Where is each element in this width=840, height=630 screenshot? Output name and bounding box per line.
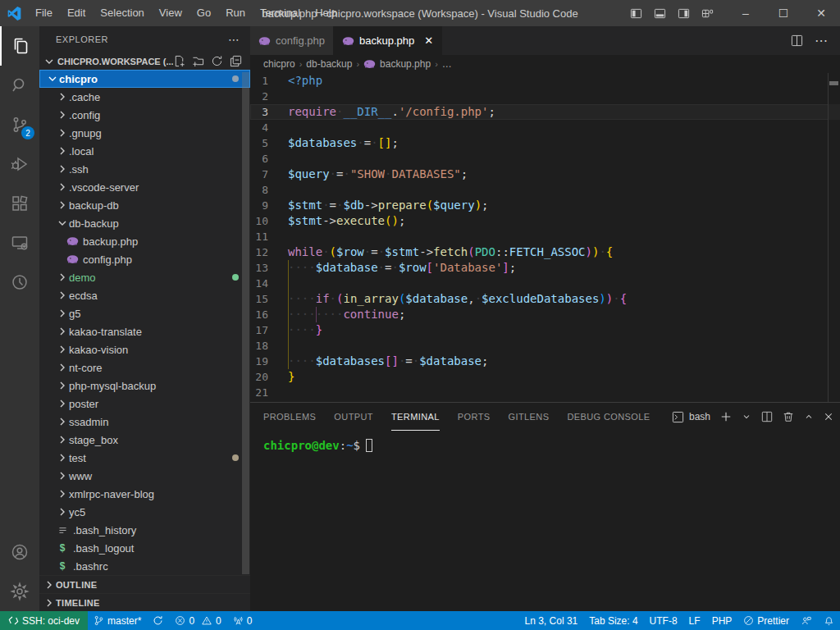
- close-panel-icon[interactable]: [824, 412, 833, 422]
- tree-item-xmlrpc-naver-blog[interactable]: xmlrpc-naver-blog: [39, 485, 250, 503]
- git-branch-indicator[interactable]: master*: [88, 611, 147, 630]
- explorer-more-actions-icon[interactable]: ⋯: [228, 33, 240, 46]
- tab-config-php[interactable]: config.php: [250, 26, 334, 55]
- tree-item--bash-logout[interactable]: $.bash_logout: [39, 539, 250, 557]
- encoding-indicator[interactable]: UTF-8: [644, 611, 683, 630]
- terminal-shell-picker[interactable]: bash: [672, 411, 710, 423]
- menu-run[interactable]: Run: [218, 0, 253, 26]
- breadcrumb-item[interactable]: …: [442, 58, 452, 70]
- tree-item-config-php[interactable]: config.php: [39, 250, 250, 268]
- new-terminal-icon[interactable]: [720, 411, 732, 422]
- problems-indicator[interactable]: 0 0: [169, 611, 226, 630]
- ports-indicator[interactable]: 0: [227, 611, 258, 630]
- refresh-icon[interactable]: [211, 55, 223, 67]
- panel-tab-debug-console[interactable]: DEBUG CONSOLE: [567, 404, 650, 431]
- tree-item--vscode-server[interactable]: .vscode-server: [39, 178, 250, 196]
- tab-backup-php[interactable]: backup.php✕: [334, 26, 442, 55]
- feedback-button[interactable]: [795, 611, 818, 630]
- customize-layout-icon[interactable]: [701, 7, 714, 20]
- split-editor-icon[interactable]: [791, 34, 803, 47]
- minimize-button[interactable]: –: [727, 0, 765, 26]
- tree-item--ssh[interactable]: .ssh: [39, 160, 250, 178]
- tree-item-yc5[interactable]: yc5: [39, 503, 250, 521]
- cursor-position[interactable]: Ln 3, Col 31: [519, 611, 584, 630]
- activitybar-extensions-icon[interactable]: [0, 184, 39, 223]
- new-file-icon[interactable]: [173, 55, 185, 67]
- panel-tab-output[interactable]: OUTPUT: [334, 404, 373, 431]
- code-editor[interactable]: 1<?php23require·__DIR__.'/config.php';45…: [250, 73, 840, 402]
- terminal-dropdown-icon[interactable]: [742, 412, 751, 422]
- notifications-button[interactable]: [818, 611, 840, 630]
- editor-scrollbar[interactable]: [828, 73, 829, 402]
- terminal[interactable]: chicpro@dev:~$: [250, 431, 840, 611]
- menu-edit[interactable]: Edit: [60, 0, 93, 26]
- tree-item--bashrc[interactable]: $.bashrc: [39, 557, 250, 575]
- activitybar-remote-explorer-icon[interactable]: [0, 223, 39, 262]
- toggle-secondary-sidebar-icon[interactable]: [678, 7, 690, 20]
- split-terminal-icon[interactable]: [761, 411, 773, 422]
- collapse-folders-icon[interactable]: [230, 55, 242, 67]
- tree-item--config[interactable]: .config: [39, 106, 250, 124]
- tree-item--bash-history[interactable]: .bash_history: [39, 521, 250, 539]
- menu-file[interactable]: File: [28, 0, 60, 26]
- tree-item--gnupg[interactable]: .gnupg: [39, 124, 250, 142]
- tree-item-php-mysql-backup[interactable]: php-mysql-backup: [39, 377, 250, 395]
- tree-item-ecdsa[interactable]: ecdsa: [39, 286, 250, 304]
- tree-item-g5[interactable]: g5: [39, 304, 250, 322]
- tree-item-db-backup[interactable]: db-backup: [39, 214, 250, 232]
- editor-scrollbar-thumb[interactable]: [829, 81, 838, 85]
- panel-tab-ports[interactable]: PORTS: [458, 404, 491, 431]
- editor-more-actions-icon[interactable]: ⋯: [815, 33, 829, 48]
- activitybar-search-icon[interactable]: [0, 66, 39, 105]
- close-button[interactable]: ✕: [802, 0, 840, 26]
- maximize-button[interactable]: ☐: [765, 0, 802, 26]
- breadcrumb[interactable]: chicpro›db-backup›backup.php›…: [250, 55, 840, 73]
- tree-item-ssadmin[interactable]: ssadmin: [39, 413, 250, 431]
- tree-item-kakao-translate[interactable]: kakao-translate: [39, 322, 250, 340]
- activitybar-explorer-icon[interactable]: [0, 26, 39, 66]
- toggle-panel-icon[interactable]: [654, 7, 666, 20]
- tree-item-www[interactable]: www: [39, 467, 250, 485]
- tree-item-chicpro[interactable]: chicpro: [39, 70, 250, 88]
- new-folder-icon[interactable]: [192, 55, 204, 67]
- workspace-section-header[interactable]: CHICPRO.WORKSPACE (...: [39, 53, 250, 70]
- tree-item--local[interactable]: .local: [39, 142, 250, 160]
- activitybar-accounts-icon[interactable]: [0, 532, 39, 572]
- formatter-indicator[interactable]: Prettier: [737, 611, 795, 630]
- tab-size-indicator[interactable]: Tab Size: 4: [583, 611, 643, 630]
- toggle-sidebar-icon[interactable]: [630, 7, 642, 20]
- tree-item-backup-php[interactable]: backup.php: [39, 232, 250, 250]
- tree-item-demo[interactable]: demo: [39, 268, 250, 286]
- tree-item-nt-core[interactable]: nt-core: [39, 358, 250, 377]
- panel-tab-gitlens[interactable]: GITLENS: [509, 404, 550, 431]
- panel-tab-problems[interactable]: PROBLEMS: [263, 404, 316, 431]
- language-indicator[interactable]: PHP: [706, 611, 738, 630]
- sidebar-scrollbar[interactable]: [242, 72, 249, 574]
- menu-view[interactable]: View: [152, 0, 189, 26]
- outline-section[interactable]: OUTLINE: [39, 575, 250, 593]
- activitybar-gitlens-icon[interactable]: [0, 262, 39, 302]
- tree-item-kakao-vision[interactable]: kakao-vision: [39, 340, 250, 358]
- breadcrumb-item[interactable]: db-backup: [306, 58, 352, 70]
- timeline-section[interactable]: TIMELINE: [39, 593, 250, 611]
- tree-item-backup-db[interactable]: backup-db: [39, 196, 250, 214]
- menu-go[interactable]: Go: [189, 0, 218, 26]
- panel-tab-terminal[interactable]: TERMINAL: [391, 404, 440, 431]
- activitybar-settings-icon[interactable]: [0, 572, 39, 611]
- tree-item--cache[interactable]: .cache: [39, 88, 250, 106]
- activitybar-run-debug-icon[interactable]: [0, 144, 39, 184]
- close-tab-icon[interactable]: ✕: [424, 34, 433, 47]
- menu-selection[interactable]: Selection: [93, 0, 151, 26]
- tree-item-test[interactable]: test: [39, 449, 250, 467]
- kill-terminal-icon[interactable]: [783, 411, 794, 422]
- breadcrumb-item[interactable]: chicpro: [263, 58, 295, 70]
- eol-indicator[interactable]: LF: [683, 611, 706, 630]
- tree-item-poster[interactable]: poster: [39, 395, 250, 413]
- tree-item-stage-box[interactable]: stage_box: [39, 431, 250, 449]
- activitybar-source-control-icon[interactable]: 2: [0, 105, 39, 144]
- sync-button[interactable]: [147, 611, 169, 630]
- remote-indicator[interactable]: SSH: oci-dev: [0, 611, 88, 630]
- breadcrumb-item[interactable]: backup.php: [380, 58, 431, 70]
- maximize-panel-icon[interactable]: [804, 412, 814, 422]
- line-number: 2: [250, 89, 288, 104]
